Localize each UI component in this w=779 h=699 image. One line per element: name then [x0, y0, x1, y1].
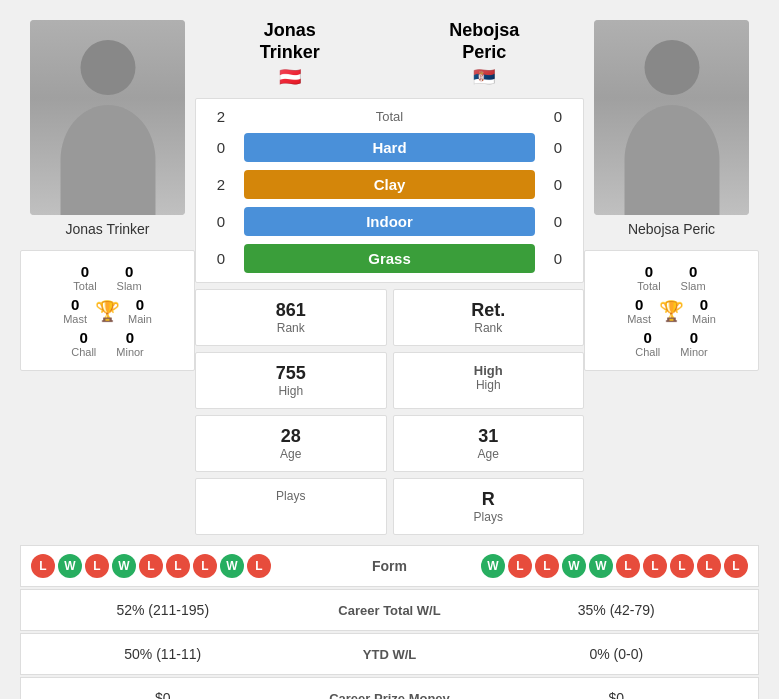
left-age-label: Age — [201, 447, 381, 461]
left-form-badges: LWLWLLLWL — [31, 554, 325, 578]
center-names-row: JonasTrinker 🇦🇹 NebojsaPeric 🇷🇸 — [195, 20, 584, 88]
ytd-wl-row: 50% (11-11) YTD W/L 0% (0-0) — [20, 633, 759, 675]
left-age-value: 28 — [201, 426, 381, 447]
prize-right: $0 — [490, 690, 744, 699]
left-mast-label: Mast — [63, 313, 87, 325]
prize-row: $0 Career Prize Money $0 — [20, 677, 759, 699]
form-badge: L — [535, 554, 559, 578]
left-high-label: High — [201, 384, 381, 398]
left-slam-label: Slam — [117, 280, 142, 292]
form-badge: L — [139, 554, 163, 578]
form-badge: L — [670, 554, 694, 578]
right-mast-value: 0 — [627, 296, 651, 313]
right-high-cell: High High — [393, 352, 585, 409]
left-plays-label: Plays — [201, 489, 381, 503]
ytd-wl-left: 50% (11-11) — [36, 646, 290, 662]
right-chall-value: 0 — [635, 329, 660, 346]
left-player-section: Jonas Trinker 0 Total 0 Slam 0 Mast — [20, 20, 195, 535]
left-age-cell: 28 Age — [195, 415, 387, 472]
right-plays-cell: R Plays — [393, 478, 585, 535]
clay-left: 2 — [206, 176, 236, 193]
form-badge: L — [31, 554, 55, 578]
indoor-left: 0 — [206, 213, 236, 230]
left-plays-cell: Plays — [195, 478, 387, 535]
hard-right: 0 — [543, 139, 573, 156]
right-player-section: Nebojsa Peric 0 Total 0 Slam 0 Mast — [584, 20, 759, 535]
form-label: Form — [325, 558, 455, 574]
right-total-value: 0 — [637, 263, 660, 280]
left-slam-value: 0 — [117, 263, 142, 280]
right-flag: 🇷🇸 — [449, 66, 519, 88]
left-main-label: Main — [128, 313, 152, 325]
right-high-value: High — [399, 363, 579, 378]
left-high-value: 755 — [201, 363, 381, 384]
form-badge: L — [166, 554, 190, 578]
right-rank-value: Ret. — [399, 300, 579, 321]
form-badge: W — [481, 554, 505, 578]
right-chall-label: Chall — [635, 346, 660, 358]
total-left: 2 — [206, 108, 236, 125]
right-slam-value: 0 — [681, 263, 706, 280]
form-badge: W — [589, 554, 613, 578]
right-center-name: NebojsaPeric — [449, 20, 519, 63]
right-minor-label: Minor — [680, 346, 708, 358]
left-mast-value: 0 — [63, 296, 87, 313]
career-wl-left: 52% (211-195) — [36, 602, 290, 618]
left-rank-value: 861 — [201, 300, 381, 321]
grass-left: 0 — [206, 250, 236, 267]
right-rank-cell: Ret. Rank — [393, 289, 585, 346]
total-right: 0 — [543, 108, 573, 125]
prize-left: $0 — [36, 690, 290, 699]
indoor-row: 0 Indoor 0 — [206, 203, 573, 240]
right-age-label: Age — [399, 447, 579, 461]
left-rank-cell: 861 Rank — [195, 289, 387, 346]
total-label: Total — [236, 109, 543, 124]
left-trophy-icon: 🏆 — [95, 299, 120, 323]
ytd-wl-label: YTD W/L — [290, 647, 490, 662]
form-badge: W — [220, 554, 244, 578]
form-badge: L — [697, 554, 721, 578]
left-chall-value: 0 — [71, 329, 96, 346]
left-chall-label: Chall — [71, 346, 96, 358]
right-stats-panel: 0 Total 0 Slam 0 Mast 🏆 0 — [584, 250, 759, 371]
clay-right: 0 — [543, 176, 573, 193]
indoor-right: 0 — [543, 213, 573, 230]
left-total-label: Total — [73, 280, 96, 292]
form-row: LWLWLLLWL Form WLLWWLLLLL — [20, 545, 759, 587]
form-badge: L — [616, 554, 640, 578]
left-minor-label: Minor — [116, 346, 144, 358]
form-badge: L — [193, 554, 217, 578]
form-badge: L — [643, 554, 667, 578]
right-plays-value: R — [399, 489, 579, 510]
hard-left: 0 — [206, 139, 236, 156]
right-trophy-icon: 🏆 — [659, 299, 684, 323]
form-badge: L — [85, 554, 109, 578]
form-badge: W — [562, 554, 586, 578]
right-age-value: 31 — [399, 426, 579, 447]
right-main-value: 0 — [692, 296, 716, 313]
left-center-name: JonasTrinker — [260, 20, 320, 63]
indoor-button[interactable]: Indoor — [244, 207, 535, 236]
career-wl-row: 52% (211-195) Career Total W/L 35% (42-7… — [20, 589, 759, 631]
right-age-cell: 31 Age — [393, 415, 585, 472]
left-main-value: 0 — [128, 296, 152, 313]
left-player-name: Jonas Trinker — [65, 221, 149, 237]
form-badge: L — [724, 554, 748, 578]
right-high-label: High — [399, 378, 579, 392]
right-avatar — [594, 20, 749, 215]
career-wl-label: Career Total W/L — [290, 603, 490, 618]
form-badge: W — [58, 554, 82, 578]
total-row: 2 Total 0 — [206, 104, 573, 129]
form-badge: L — [508, 554, 532, 578]
form-badge: W — [112, 554, 136, 578]
hard-button[interactable]: Hard — [244, 133, 535, 162]
left-total-value: 0 — [73, 263, 96, 280]
clay-button[interactable]: Clay — [244, 170, 535, 199]
left-rank-label: Rank — [201, 321, 381, 335]
grass-right: 0 — [543, 250, 573, 267]
grass-button[interactable]: Grass — [244, 244, 535, 273]
right-player-name: Nebojsa Peric — [628, 221, 715, 237]
form-badge: L — [247, 554, 271, 578]
left-high-cell: 755 High — [195, 352, 387, 409]
right-main-label: Main — [692, 313, 716, 325]
